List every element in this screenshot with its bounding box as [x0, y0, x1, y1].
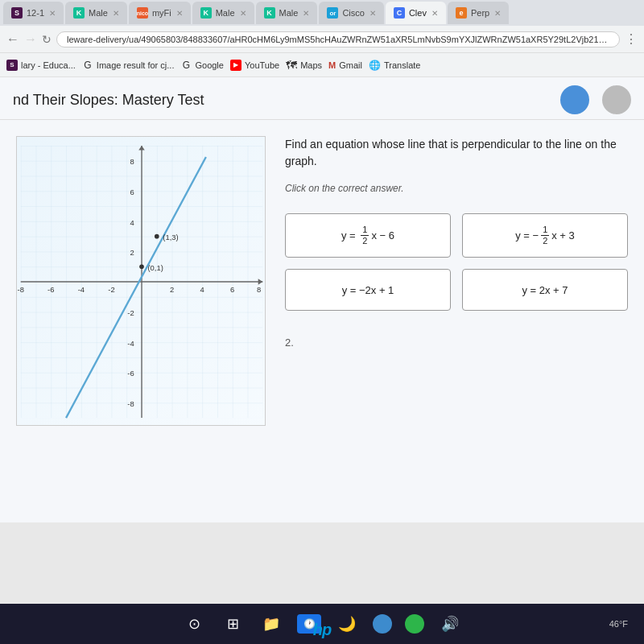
svg-text:6: 6 — [130, 188, 134, 196]
bookmark-translate-label: Translate — [384, 60, 420, 70]
tab-6[interactable]: or Cisco ✕ — [319, 2, 384, 24]
tab-8-favicon: e — [456, 7, 467, 19]
tab-5-favicon: K — [264, 7, 275, 19]
tab-3[interactable]: nico myFi ✕ — [129, 2, 191, 24]
tab-7-favicon: C — [394, 7, 405, 19]
bookmarks-bar: S lary - Educa... G Image result for cj.… — [0, 53, 644, 77]
svg-text:2: 2 — [170, 285, 174, 294]
tab-8[interactable]: e Perp ✕ — [448, 2, 509, 24]
tab-3-close[interactable]: ✕ — [176, 9, 183, 18]
page-title: nd Their Slopes: Mastery Test — [13, 92, 204, 109]
tab-6-close[interactable]: ✕ — [369, 9, 376, 18]
bookmark-maps[interactable]: 🗺 Maps — [286, 59, 322, 72]
tab-2[interactable]: K Male ✕ — [65, 2, 127, 24]
tab-4[interactable]: K Male ✕ — [192, 2, 254, 24]
tab-1-close[interactable]: ✕ — [49, 9, 56, 18]
bookmark-image-icon: G — [82, 60, 93, 71]
taskbar-circle2-icon[interactable] — [405, 614, 424, 634]
svg-point-24 — [139, 264, 144, 269]
taskbar-circle-icon[interactable] — [373, 614, 392, 634]
svg-text:-6: -6 — [47, 285, 54, 294]
answer-4-expr: y = 2x + 7 — [522, 284, 568, 296]
gray-circle-button[interactable] — [602, 85, 631, 114]
url-input[interactable]: leware-delivery/ua/49065803/848833607/aH… — [56, 31, 620, 47]
bookmark-gmail-icon: M — [328, 60, 336, 70]
bookmark-youtube-label: YouTube — [245, 60, 279, 70]
svg-text:2: 2 — [130, 248, 134, 257]
page-title-bar: nd Their Slopes: Mastery Test — [0, 77, 644, 120]
answers-grid: y = 12x − 6 y = −12x + 3 y = −2x + 1 y =… — [285, 213, 628, 311]
bookmark-image[interactable]: G Image result for cj... — [82, 60, 175, 71]
graph-container: -8 -6 -4 -2 2 4 6 8 8 6 4 2 -2 -4 -6 -8 … — [16, 136, 266, 426]
tab-2-close[interactable]: ✕ — [113, 9, 119, 18]
svg-point-22 — [155, 234, 159, 239]
bookmark-educa-label: lary - Educa... — [21, 60, 76, 70]
bookmark-educa[interactable]: S lary - Educa... — [6, 60, 76, 71]
back-button[interactable]: ← — [6, 32, 19, 47]
bookmark-gmail-label: Gmail — [339, 60, 362, 70]
answer-box-2[interactable]: y = −12x + 3 — [462, 213, 628, 258]
answer-area: Find an equation whose line that is perp… — [285, 136, 628, 506]
tab-2-favicon: K — [73, 7, 85, 19]
tab-1-favicon: S — [11, 7, 23, 19]
svg-text:-8: -8 — [18, 285, 24, 294]
tab-4-favicon: K — [200, 7, 212, 19]
svg-text:6: 6 — [230, 285, 234, 294]
answer-box-3[interactable]: y = −2x + 1 — [285, 269, 451, 311]
svg-text:8: 8 — [130, 157, 134, 166]
tab-4-close[interactable]: ✕ — [240, 9, 246, 18]
svg-text:8: 8 — [257, 285, 261, 294]
extra-text: 2. — [285, 336, 628, 349]
bookmark-google-icon: G — [180, 60, 192, 71]
tab-7-close[interactable]: ✕ — [431, 9, 438, 18]
tab-2-label: Male — [89, 8, 108, 18]
bookmark-google-label: Google — [195, 60, 223, 70]
tab-5[interactable]: K Male ✕ — [256, 2, 318, 24]
svg-text:-4: -4 — [127, 339, 134, 348]
bookmark-maps-label: Maps — [300, 60, 322, 70]
tab-5-label: Male — [279, 8, 299, 18]
tab-5-close[interactable]: ✕ — [303, 9, 309, 18]
answer-box-4[interactable]: y = 2x + 7 — [462, 269, 628, 311]
question-text: Find an equation whose line that is perp… — [285, 136, 628, 170]
tab-3-favicon: nico — [137, 7, 148, 19]
svg-text:4: 4 — [200, 285, 204, 294]
blue-circle-button[interactable] — [560, 85, 589, 114]
address-bar: ← → ↻ leware-delivery/ua/49065803/848833… — [0, 26, 644, 53]
reload-button[interactable]: ↻ — [42, 33, 52, 46]
taskbar-search-icon[interactable]: ⊙ — [181, 611, 207, 637]
answer-2-expr: y = −12x + 3 — [515, 225, 575, 246]
temperature-display: 46°F — [609, 619, 628, 629]
taskbar: ⊙ ⊞ 📁 🕐 🌙 🔊 46°F hp — [0, 604, 644, 644]
svg-text:(1,3): (1,3) — [163, 233, 178, 242]
tab-8-label: Perp — [471, 8, 489, 18]
tab-1-label: 12-1 — [27, 8, 44, 18]
bookmark-youtube-icon: ▶ — [230, 60, 242, 71]
svg-text:-2: -2 — [108, 285, 114, 294]
taskbar-folder-icon[interactable]: 📁 — [258, 611, 284, 637]
bookmark-image-label: Image result for cj... — [97, 60, 175, 70]
bookmark-gmail[interactable]: M Gmail — [328, 60, 362, 70]
taskbar-moon-icon[interactable]: 🌙 — [334, 611, 360, 637]
bookmark-translate[interactable]: 🌐 Translate — [369, 60, 420, 71]
taskbar-volume-icon[interactable]: 🔊 — [437, 611, 463, 637]
tab-6-favicon: or — [327, 7, 338, 19]
tab-1[interactable]: S 12-1 ✕ — [3, 2, 64, 24]
taskbar-files-icon[interactable]: ⊞ — [220, 611, 246, 637]
answer-box-1[interactable]: y = 12x − 6 — [285, 213, 451, 258]
main-content: -8 -6 -4 -2 2 4 6 8 8 6 4 2 -2 -4 -6 -8 … — [0, 120, 644, 522]
bookmark-google[interactable]: G Google — [180, 60, 223, 71]
bookmark-youtube[interactable]: ▶ YouTube — [230, 60, 279, 71]
menu-button[interactable]: ⋮ — [625, 31, 638, 47]
tab-7-label: Clev — [409, 8, 427, 18]
svg-text:4: 4 — [130, 218, 134, 227]
hp-logo: hp — [313, 621, 331, 639]
svg-text:-6: -6 — [127, 369, 134, 378]
graph-svg: -8 -6 -4 -2 2 4 6 8 8 6 4 2 -2 -4 -6 -8 … — [17, 137, 266, 426]
tab-7[interactable]: C Clev ✕ — [386, 2, 446, 24]
answer-3-expr: y = −2x + 1 — [342, 284, 394, 296]
svg-text:-2: -2 — [127, 308, 134, 317]
tab-8-close[interactable]: ✕ — [494, 9, 501, 18]
tab-4-label: Male — [216, 8, 235, 18]
forward-button[interactable]: → — [24, 32, 37, 47]
